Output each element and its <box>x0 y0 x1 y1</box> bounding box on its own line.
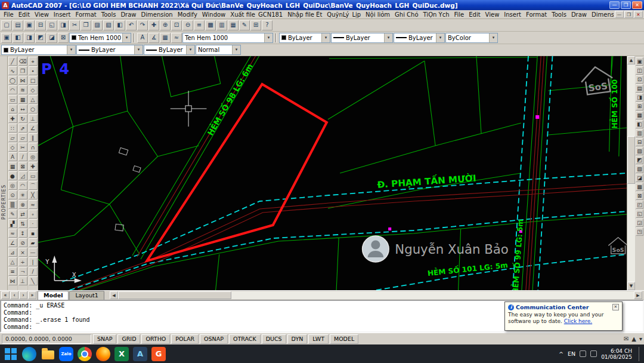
tool-icon[interactable]: ▰ <box>29 238 38 247</box>
open-file-icon[interactable]: ▤ <box>13 20 23 30</box>
file-explorer-icon[interactable] <box>41 347 55 361</box>
tool-icon[interactable]: △ <box>29 95 38 104</box>
tool-icon[interactable]: / <box>29 267 38 276</box>
tool-icon[interactable]: ◠ <box>8 85 17 94</box>
volume-icon[interactable] <box>590 350 597 357</box>
tool-icon[interactable]: × <box>18 248 27 257</box>
sheet-set-manager-icon[interactable]: ▦ <box>228 20 239 30</box>
scroll-down-icon[interactable]: ▼ <box>627 282 635 290</box>
menu-item[interactable]: TiỌn Ých <box>421 11 452 18</box>
tool-icon[interactable]: ◩ <box>636 156 643 164</box>
tool-icon[interactable]: ▒ <box>8 200 17 209</box>
plot-preview-icon[interactable]: ◱ <box>47 20 57 30</box>
tool-icon[interactable]: ▭ <box>29 171 38 180</box>
tool-icon[interactable]: ⇄ <box>18 210 27 219</box>
combo-arrow-icon[interactable]: ▾ <box>436 33 444 42</box>
combo-arrow-icon[interactable]: ▾ <box>264 33 273 42</box>
text-style-icon[interactable]: A <box>137 33 148 43</box>
tool-icon[interactable]: ╱ <box>8 57 17 66</box>
tray-chevron-icon[interactable]: ^ <box>559 350 564 357</box>
tab-last-icon[interactable]: » <box>28 291 36 299</box>
pan-icon[interactable]: ✚ <box>148 20 159 30</box>
tool-icon[interactable]: ▦ <box>8 162 17 171</box>
tool-icon[interactable]: ∠ <box>8 238 17 247</box>
tool-icon[interactable]: ✂ <box>18 143 27 152</box>
lineweight-combo-2[interactable]: ByLayer ▾ <box>144 45 195 55</box>
tool-icon[interactable]: ✎ <box>8 210 17 219</box>
tool-icon[interactable]: ▣ <box>636 57 643 66</box>
tool-icon[interactable]: ○ <box>29 104 38 113</box>
properties-icon[interactable]: ≡ <box>194 20 205 30</box>
menu-item[interactable]: Format <box>524 11 549 18</box>
tool-icon[interactable]: ⊠ <box>18 162 27 171</box>
combo-arrow-icon[interactable]: ▾ <box>384 33 392 42</box>
combo-arrow-icon[interactable]: ▾ <box>489 33 497 42</box>
tool-icon[interactable]: ❐ <box>18 66 27 75</box>
combo-arrow-icon[interactable]: ▾ <box>122 33 131 42</box>
tool-icon[interactable]: ◱ <box>636 210 643 218</box>
menu-item[interactable]: Tools <box>549 11 569 18</box>
status-toggle[interactable]: LWT <box>308 334 329 344</box>
tool-icon[interactable]: ⌂ <box>8 104 17 113</box>
layer-combo[interactable]: Ten Hem 1000 ▾ <box>69 33 131 43</box>
tool-icon[interactable]: ∩ <box>29 143 38 152</box>
layer-properties-icon[interactable]: ▣ <box>1 33 12 43</box>
tool-icon[interactable]: ⋈ <box>18 76 27 85</box>
tool-icon[interactable]: ✳ <box>18 190 27 199</box>
tool-icon[interactable]: ◎ <box>8 181 17 190</box>
menu-item[interactable]: Draw <box>118 11 138 18</box>
designcenter-icon[interactable]: ▩ <box>205 20 216 30</box>
tool-icon[interactable]: ◲ <box>636 219 643 227</box>
taskbar-clock[interactable]: 6:04 CH 01/08/2025 <box>601 348 632 360</box>
drawing-canvas[interactable]: HẺM SỐ 98 LG: 6m Đ. PHẠM TẤN MƯỜI HẺM SỐ… <box>38 56 627 290</box>
firefox-icon[interactable] <box>96 347 110 361</box>
tool-icon[interactable]: ╳ <box>29 190 38 199</box>
status-toggle[interactable]: POLAR <box>171 334 199 344</box>
status-toggle[interactable]: MODEL <box>330 334 358 344</box>
orange-g-app-icon[interactable]: G <box>151 347 166 361</box>
network-icon[interactable] <box>580 350 586 357</box>
zoom-previous-icon[interactable]: ⊖ <box>182 20 193 30</box>
tool-icon[interactable]: ≈ <box>29 200 38 209</box>
mleader-style-icon[interactable]: ≈ <box>171 33 182 43</box>
tool-icon[interactable]: ⊞ <box>636 102 643 110</box>
tool-icon[interactable]: ▥ <box>636 129 643 137</box>
scroll-right-icon[interactable]: ▶ <box>634 291 642 299</box>
tool-icon[interactable]: / <box>18 152 27 161</box>
tool-icon[interactable]: ▤ <box>636 84 643 93</box>
tool-icon[interactable]: ∷ <box>8 124 17 133</box>
edge-icon[interactable] <box>22 347 36 361</box>
tool-icon[interactable]: ▧ <box>636 165 643 173</box>
status-toggle[interactable]: OTRACK <box>229 334 261 344</box>
menu-item[interactable]: Edit <box>466 11 482 18</box>
tab-model[interactable]: Model <box>38 291 69 300</box>
menu-item[interactable]: Insert <box>501 11 524 18</box>
tab-prev-icon[interactable]: ‹ <box>10 291 18 299</box>
tool-icon[interactable]: ▪ <box>29 229 38 238</box>
annotation-scale-icon[interactable]: ▲ <box>631 336 636 342</box>
close-button[interactable]: ✕ <box>632 1 642 9</box>
tool-icon[interactable]: ∿ <box>8 66 17 75</box>
combo-arrow-icon[interactable]: ▾ <box>232 45 240 54</box>
scroll-thumb[interactable] <box>627 136 635 184</box>
tab-layout1[interactable]: Layout1 <box>69 291 104 300</box>
menu-item[interactable]: Dimension <box>589 11 614 18</box>
scroll-left-icon[interactable]: ◀ <box>110 291 118 299</box>
status-toggle[interactable]: SNAP <box>93 334 116 344</box>
plot-style-combo-2[interactable]: Normal ▾ <box>196 45 241 55</box>
tool-icon[interactable]: ∥ <box>29 133 38 142</box>
tool-icon[interactable]: ▨ <box>636 147 643 155</box>
cut-icon[interactable]: ✂ <box>69 20 80 30</box>
color-combo[interactable]: ByLayer ▾ <box>279 33 330 43</box>
tool-icon[interactable]: ▭ <box>8 95 17 104</box>
tool-icon[interactable]: ▩ <box>636 183 643 191</box>
tool-icon[interactable]: ◨ <box>636 93 643 101</box>
zoom-realtime-icon[interactable]: ⊕ <box>160 20 171 30</box>
communication-center-icon[interactable]: ✉ <box>624 336 628 342</box>
status-toggle[interactable]: GRID <box>117 334 140 344</box>
tool-icon[interactable]: ● <box>8 171 17 180</box>
tool-icon[interactable]: ⋈ <box>8 276 17 285</box>
combo-arrow-icon[interactable]: ▾ <box>186 45 194 54</box>
text-style-combo[interactable]: Ten Hem 1000 ▾ <box>182 33 273 43</box>
properties-palette-tab[interactable]: PROPERTIES <box>0 56 8 290</box>
